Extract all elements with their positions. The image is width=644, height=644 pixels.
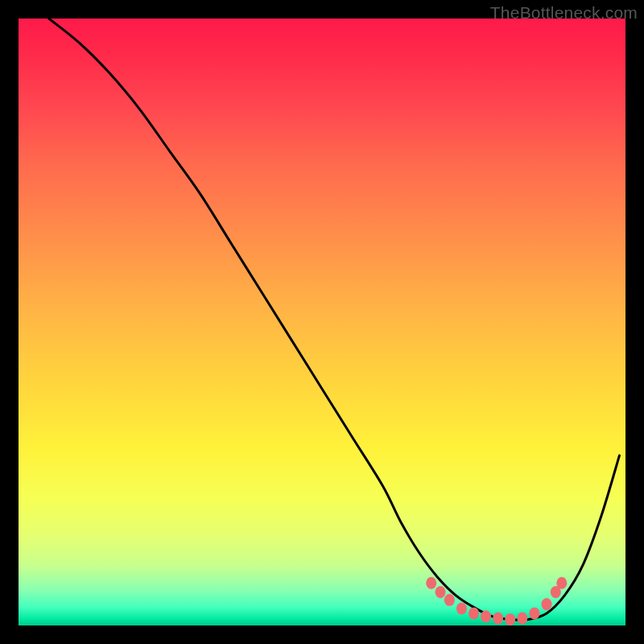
marker-dot (529, 607, 539, 619)
marker-dot (517, 612, 527, 624)
marker-dot (444, 594, 455, 606)
marker-dot (505, 613, 515, 625)
marker-dot (556, 577, 567, 589)
highlight-markers (426, 577, 567, 625)
bottleneck-curve (49, 19, 620, 620)
marker-dot (436, 586, 446, 598)
plot-area (19, 19, 625, 625)
marker-dot (481, 610, 491, 622)
marker-dot (469, 607, 479, 619)
marker-dot (541, 598, 551, 610)
marker-dot (456, 602, 467, 614)
marker-dot (426, 577, 436, 589)
marker-dot (493, 612, 503, 624)
watermark-text: TheBottleneck.com (490, 3, 638, 23)
curve-layer (19, 19, 625, 625)
chart-container: TheBottleneck.com (0, 0, 644, 644)
